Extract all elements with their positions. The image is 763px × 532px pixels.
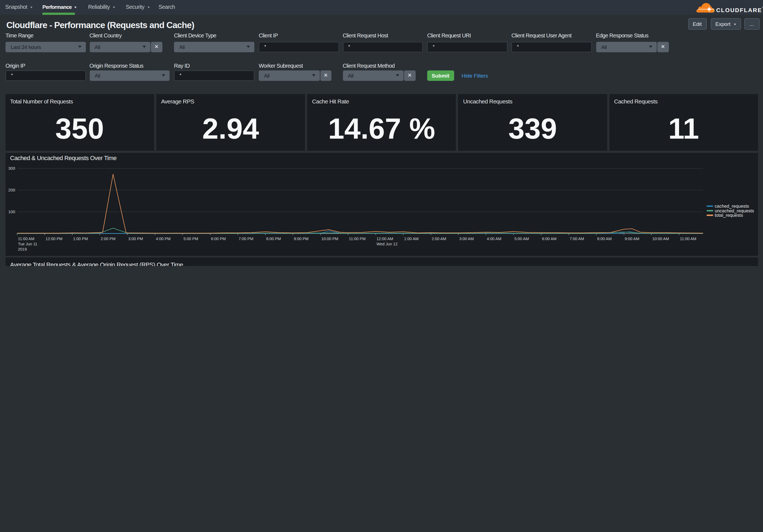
svg-text:9:00 PM: 9:00 PM: [293, 236, 308, 241]
svg-text:9:00 AM: 9:00 AM: [624, 236, 639, 241]
svg-text:7:00 AM: 7:00 AM: [569, 236, 584, 241]
svg-text:11:00 AM: 11:00 AM: [680, 236, 696, 241]
svg-text:12:00 AM: 12:00 AM: [376, 236, 393, 241]
svg-text:10:00 PM: 10:00 PM: [321, 236, 338, 241]
svg-text:100: 100: [8, 209, 15, 214]
svg-text:3:00 PM: 3:00 PM: [128, 236, 143, 241]
svg-text:2:00 PM: 2:00 PM: [100, 236, 115, 241]
svg-text:2:00 AM: 2:00 AM: [431, 236, 446, 241]
svg-text:1:00 PM: 1:00 PM: [73, 236, 88, 241]
svg-text:3:00 AM: 3:00 AM: [459, 236, 474, 241]
svg-text:12:00 PM: 12:00 PM: [45, 236, 62, 241]
svg-text:Tue Jun 11: Tue Jun 11: [18, 242, 37, 246]
svg-text:200: 200: [8, 188, 15, 192]
svg-text:5:00 AM: 5:00 AM: [514, 236, 529, 241]
svg-text:Wed Jun 12: Wed Jun 12: [376, 242, 397, 246]
svg-text:8:00 PM: 8:00 PM: [266, 236, 281, 241]
svg-text:7:00 PM: 7:00 PM: [238, 236, 253, 241]
svg-text:6:00 AM: 6:00 AM: [542, 236, 556, 241]
svg-text:11:00 AM: 11:00 AM: [18, 236, 34, 241]
svg-text:11:00 PM: 11:00 PM: [349, 236, 366, 241]
svg-text:4:00 AM: 4:00 AM: [487, 236, 501, 241]
svg-text:total_requests: total_requests: [714, 213, 743, 218]
svg-text:8:00 AM: 8:00 AM: [597, 236, 611, 241]
svg-text:300: 300: [8, 166, 15, 171]
svg-text:6:00 PM: 6:00 PM: [211, 236, 226, 241]
svg-text:10:00 AM: 10:00 AM: [652, 236, 669, 241]
svg-text:1:00 AM: 1:00 AM: [404, 236, 418, 241]
svg-text:5:00 PM: 5:00 PM: [183, 236, 198, 241]
svg-text:4:00 PM: 4:00 PM: [156, 236, 170, 241]
svg-text:2019: 2019: [18, 247, 27, 251]
